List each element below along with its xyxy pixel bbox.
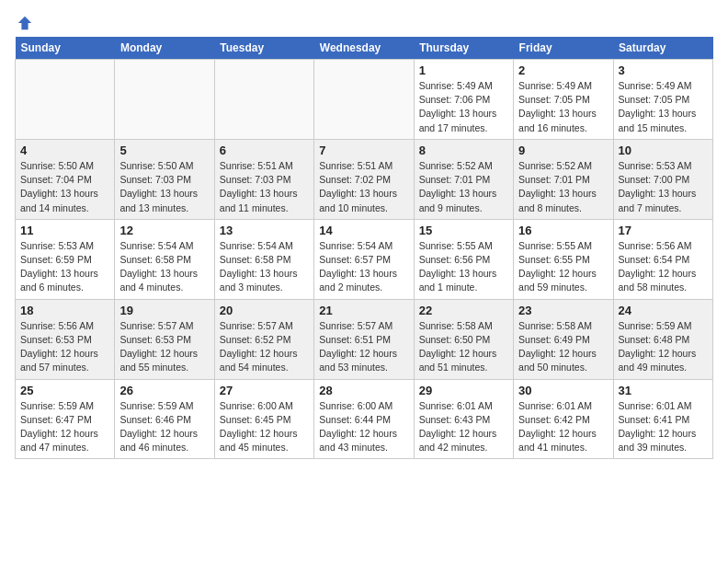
calendar-cell: 3Sunrise: 5:49 AM Sunset: 7:05 PM Daylig… (613, 60, 712, 140)
day-info: Sunrise: 5:59 AM Sunset: 6:46 PM Dayligh… (119, 399, 209, 455)
day-number: 3 (619, 63, 708, 77)
day-info: Sunrise: 5:53 AM Sunset: 6:59 PM Dayligh… (20, 239, 109, 295)
day-number: 24 (619, 304, 708, 317)
calendar-cell: 7Sunrise: 5:51 AM Sunset: 7:02 PM Daylig… (314, 139, 414, 219)
day-number: 15 (419, 224, 508, 237)
calendar-cell: 16Sunrise: 5:55 AM Sunset: 6:55 PM Dayli… (514, 219, 613, 299)
calendar-cell: 9Sunrise: 5:52 AM Sunset: 7:01 PM Daylig… (514, 139, 613, 219)
calendar-cell: 8Sunrise: 5:52 AM Sunset: 7:01 PM Daylig… (414, 139, 513, 219)
day-number: 9 (518, 144, 608, 157)
day-info: Sunrise: 5:57 AM Sunset: 6:52 PM Dayligh… (220, 319, 309, 375)
day-info: Sunrise: 6:00 AM Sunset: 6:44 PM Dayligh… (319, 399, 408, 455)
logo (15, 15, 33, 28)
calendar-header-friday: Friday (514, 37, 613, 60)
calendar-cell: 27Sunrise: 6:00 AM Sunset: 6:45 PM Dayli… (214, 379, 313, 459)
day-info: Sunrise: 5:49 AM Sunset: 7:06 PM Dayligh… (419, 79, 508, 135)
page-header (15, 15, 713, 28)
day-number: 25 (20, 384, 109, 397)
day-number: 10 (619, 144, 708, 157)
day-number: 28 (319, 384, 408, 397)
day-info: Sunrise: 6:01 AM Sunset: 6:41 PM Dayligh… (619, 399, 708, 455)
day-info: Sunrise: 5:54 AM Sunset: 6:58 PM Dayligh… (220, 239, 309, 295)
day-info: Sunrise: 5:58 AM Sunset: 6:50 PM Dayligh… (419, 319, 508, 375)
calendar-cell: 26Sunrise: 5:59 AM Sunset: 6:46 PM Dayli… (115, 379, 214, 459)
calendar-cell: 23Sunrise: 5:58 AM Sunset: 6:49 PM Dayli… (514, 299, 613, 379)
calendar-cell: 4Sunrise: 5:50 AM Sunset: 7:04 PM Daylig… (16, 139, 115, 219)
calendar-header-sunday: Sunday (16, 37, 115, 60)
day-info: Sunrise: 6:01 AM Sunset: 6:43 PM Dayligh… (419, 399, 508, 455)
day-number: 11 (20, 224, 109, 237)
day-number: 14 (319, 224, 408, 237)
day-number: 17 (619, 224, 708, 237)
day-info: Sunrise: 5:49 AM Sunset: 7:05 PM Dayligh… (619, 79, 708, 135)
calendar-cell: 20Sunrise: 5:57 AM Sunset: 6:52 PM Dayli… (214, 299, 313, 379)
day-info: Sunrise: 5:59 AM Sunset: 6:47 PM Dayligh… (20, 399, 109, 455)
calendar-cell (214, 60, 313, 140)
calendar-cell: 10Sunrise: 5:53 AM Sunset: 7:00 PM Dayli… (613, 139, 712, 219)
day-info: Sunrise: 6:00 AM Sunset: 6:45 PM Dayligh… (220, 399, 309, 455)
day-number: 6 (220, 144, 309, 157)
day-number: 2 (518, 63, 608, 77)
calendar-cell: 11Sunrise: 5:53 AM Sunset: 6:59 PM Dayli… (16, 219, 115, 299)
day-number: 21 (319, 304, 408, 317)
day-info: Sunrise: 5:52 AM Sunset: 7:01 PM Dayligh… (419, 159, 508, 215)
day-info: Sunrise: 5:51 AM Sunset: 7:02 PM Dayligh… (319, 159, 408, 215)
calendar-cell: 22Sunrise: 5:58 AM Sunset: 6:50 PM Dayli… (414, 299, 513, 379)
day-number: 13 (220, 224, 309, 237)
calendar-cell: 25Sunrise: 5:59 AM Sunset: 6:47 PM Dayli… (16, 379, 115, 459)
calendar-cell: 12Sunrise: 5:54 AM Sunset: 6:58 PM Dayli… (115, 219, 214, 299)
day-number: 27 (220, 384, 309, 397)
calendar-week-1: 1Sunrise: 5:49 AM Sunset: 7:06 PM Daylig… (16, 60, 713, 140)
day-number: 5 (119, 144, 209, 157)
calendar-cell: 29Sunrise: 6:01 AM Sunset: 6:43 PM Dayli… (414, 379, 513, 459)
day-info: Sunrise: 5:59 AM Sunset: 6:48 PM Dayligh… (619, 319, 708, 375)
day-info: Sunrise: 5:55 AM Sunset: 6:56 PM Dayligh… (419, 239, 508, 295)
day-info: Sunrise: 5:54 AM Sunset: 6:57 PM Dayligh… (319, 239, 408, 295)
calendar-cell: 13Sunrise: 5:54 AM Sunset: 6:58 PM Dayli… (214, 219, 313, 299)
calendar-header-saturday: Saturday (613, 37, 712, 60)
calendar-cell: 14Sunrise: 5:54 AM Sunset: 6:57 PM Dayli… (314, 219, 414, 299)
calendar-cell: 1Sunrise: 5:49 AM Sunset: 7:06 PM Daylig… (414, 60, 513, 140)
day-info: Sunrise: 5:52 AM Sunset: 7:01 PM Dayligh… (518, 159, 608, 215)
day-info: Sunrise: 5:57 AM Sunset: 6:51 PM Dayligh… (319, 319, 408, 375)
day-number: 19 (119, 304, 209, 317)
day-info: Sunrise: 5:53 AM Sunset: 7:00 PM Dayligh… (619, 159, 708, 215)
calendar-cell: 21Sunrise: 5:57 AM Sunset: 6:51 PM Dayli… (314, 299, 414, 379)
calendar-cell (16, 60, 115, 140)
day-info: Sunrise: 5:51 AM Sunset: 7:03 PM Dayligh… (220, 159, 309, 215)
calendar-cell: 5Sunrise: 5:50 AM Sunset: 7:03 PM Daylig… (115, 139, 214, 219)
day-number: 16 (518, 224, 608, 237)
calendar-header-row: SundayMondayTuesdayWednesdayThursdayFrid… (16, 37, 713, 60)
svg-marker-0 (18, 17, 31, 29)
day-number: 31 (619, 384, 708, 397)
day-info: Sunrise: 5:57 AM Sunset: 6:53 PM Dayligh… (119, 319, 209, 375)
calendar-week-4: 18Sunrise: 5:56 AM Sunset: 6:53 PM Dayli… (16, 299, 713, 379)
day-number: 26 (119, 384, 209, 397)
day-number: 1 (419, 63, 508, 77)
day-number: 7 (319, 144, 408, 157)
calendar-cell: 15Sunrise: 5:55 AM Sunset: 6:56 PM Dayli… (414, 219, 513, 299)
logo-icon (17, 15, 33, 31)
day-number: 20 (220, 304, 309, 317)
calendar-cell: 31Sunrise: 6:01 AM Sunset: 6:41 PM Dayli… (613, 379, 712, 459)
day-number: 18 (20, 304, 109, 317)
calendar-cell: 28Sunrise: 6:00 AM Sunset: 6:44 PM Dayli… (314, 379, 414, 459)
calendar-week-5: 25Sunrise: 5:59 AM Sunset: 6:47 PM Dayli… (16, 379, 713, 459)
calendar-cell: 6Sunrise: 5:51 AM Sunset: 7:03 PM Daylig… (214, 139, 313, 219)
day-info: Sunrise: 5:56 AM Sunset: 6:54 PM Dayligh… (619, 239, 708, 295)
day-number: 12 (119, 224, 209, 237)
day-info: Sunrise: 5:49 AM Sunset: 7:05 PM Dayligh… (518, 79, 608, 135)
calendar-header-monday: Monday (115, 37, 214, 60)
calendar-cell: 24Sunrise: 5:59 AM Sunset: 6:48 PM Dayli… (613, 299, 712, 379)
calendar-cell (314, 60, 414, 140)
day-info: Sunrise: 5:54 AM Sunset: 6:58 PM Dayligh… (119, 239, 209, 295)
day-number: 22 (419, 304, 508, 317)
calendar-week-2: 4Sunrise: 5:50 AM Sunset: 7:04 PM Daylig… (16, 139, 713, 219)
day-info: Sunrise: 5:50 AM Sunset: 7:04 PM Dayligh… (20, 159, 109, 215)
calendar-cell: 19Sunrise: 5:57 AM Sunset: 6:53 PM Dayli… (115, 299, 214, 379)
day-info: Sunrise: 5:55 AM Sunset: 6:55 PM Dayligh… (518, 239, 608, 295)
calendar-week-3: 11Sunrise: 5:53 AM Sunset: 6:59 PM Dayli… (16, 219, 713, 299)
calendar-header-wednesday: Wednesday (314, 37, 414, 60)
calendar-table: SundayMondayTuesdayWednesdayThursdayFrid… (15, 37, 713, 459)
day-info: Sunrise: 5:50 AM Sunset: 7:03 PM Dayligh… (119, 159, 209, 215)
